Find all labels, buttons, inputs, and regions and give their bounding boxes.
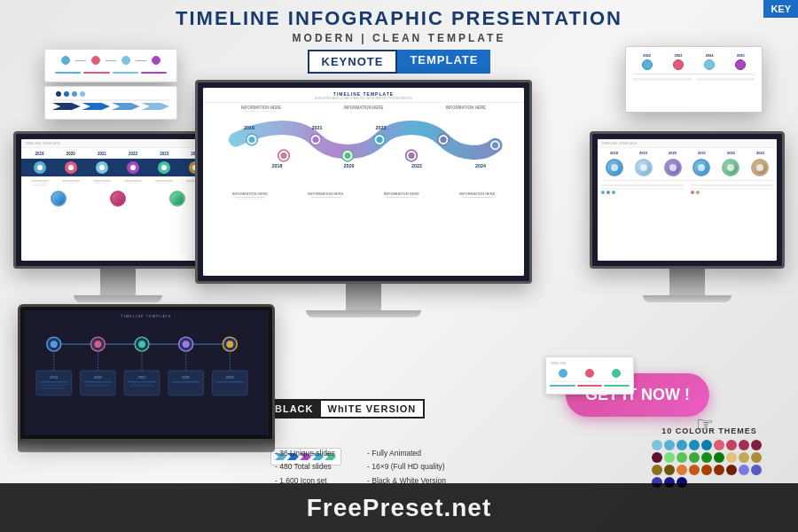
small-right-slide: TIMELINE — [545, 356, 634, 395]
colour-dot — [701, 465, 712, 475]
svg-text:2018: 2018 — [272, 163, 283, 168]
svg-text:2019: 2019 — [50, 375, 59, 379]
svg-text:2022: 2022 — [411, 163, 422, 168]
laptop: TIMELINE TEMPLATE — [18, 304, 275, 452]
colour-dot — [751, 440, 762, 450]
features-col-2: Fully Animated 16×9 (Full HD quality) Bl… — [367, 447, 446, 488]
monitor-right-base — [643, 295, 732, 302]
svg-point-33 — [51, 340, 58, 348]
colour-dot — [701, 452, 712, 463]
colour-dot — [689, 440, 700, 450]
colour-dot — [677, 452, 687, 463]
colour-dot — [726, 440, 737, 450]
colour-dot — [714, 465, 724, 475]
monitor-left-stand — [100, 269, 136, 295]
colour-dot — [751, 465, 762, 475]
colour-dot — [701, 440, 712, 450]
features-list: 36 Unique slides 480 Total slides 1,600 … — [275, 447, 460, 488]
black-label: BLACK — [268, 401, 321, 417]
badge-row: KEYNOTE TEMPLATE — [0, 50, 798, 74]
svg-text:2023: 2023 — [376, 125, 387, 130]
feature-2: 480 Total slides — [275, 460, 335, 473]
monitor-right-screen: TIMELINE TEMPLATE 2018 2019 2020 2021 20… — [590, 131, 785, 269]
svg-text:2021: 2021 — [312, 125, 323, 130]
monitor-left-screen: TIMELINE TEMPLATE 2019 2020 2021 2022 20… — [13, 131, 222, 269]
colour-dot — [664, 465, 675, 475]
svg-point-20 — [408, 153, 414, 159]
monitor-center-stand — [346, 284, 381, 310]
svg-point-8 — [248, 137, 254, 143]
svg-text:2021: 2021 — [138, 375, 147, 379]
colour-dot — [726, 465, 737, 475]
monitor-center-base — [306, 310, 421, 317]
feature-1: 36 Unique slides — [275, 447, 335, 460]
mini-slide-2 — [44, 86, 177, 120]
colour-dot — [739, 440, 749, 450]
colour-dot — [652, 452, 662, 463]
feature-4: Fully Animated — [367, 447, 446, 460]
key-badge: KEY — [763, 0, 798, 18]
laptop-base — [18, 442, 275, 452]
badge-template: TEMPLATE — [397, 50, 490, 74]
svg-point-10 — [312, 137, 318, 143]
colour-dot — [751, 452, 762, 463]
svg-point-39 — [183, 340, 190, 348]
bw-version-badge: BLACK WhITE VERSION — [266, 399, 425, 419]
monitor-center-screen: TIMELINE TEMPLATE A MODERN AND CLEAN TIM… — [195, 80, 532, 284]
colour-dot — [689, 452, 700, 463]
colour-dot — [677, 440, 687, 450]
colour-themes-panel: 10 COLOUR THEMES — [652, 426, 767, 488]
svg-point-14 — [440, 137, 446, 143]
colour-dot — [714, 440, 724, 450]
monitor-right-stand — [669, 269, 705, 295]
svg-point-35 — [94, 340, 101, 348]
svg-text:2019: 2019 — [244, 125, 254, 130]
watermark: FreePreset.net — [0, 483, 798, 532]
monitor-right: TIMELINE TEMPLATE 2018 2019 2020 2021 20… — [590, 131, 785, 302]
monitor-center: TIMELINE TEMPLATE A MODERN AND CLEAN TIM… — [195, 80, 532, 317]
subtitle: MODERN | CLEAN TEMPLATE — [0, 32, 798, 44]
features-col-1: 36 Unique slides 480 Total slides 1,600 … — [275, 447, 335, 488]
svg-text:2020: 2020 — [94, 375, 103, 379]
svg-point-22 — [492, 142, 498, 148]
monitor-left-content: TIMELINE TEMPLATE 2019 2020 2021 2022 20… — [21, 139, 214, 261]
colour-dot — [677, 465, 687, 475]
svg-point-16 — [280, 153, 286, 159]
white-version-label: WhITE VERSION — [321, 401, 424, 417]
colour-themes-title: 10 COLOUR THEMES — [652, 426, 767, 435]
svg-point-18 — [344, 153, 350, 159]
svg-text:2020: 2020 — [344, 163, 355, 168]
monitor-right-content: TIMELINE TEMPLATE 2018 2019 2020 2021 20… — [598, 139, 777, 261]
colour-dot — [739, 452, 749, 463]
colour-dot — [726, 452, 737, 463]
colour-dot — [714, 452, 724, 463]
monitor-left: TIMELINE TEMPLATE 2019 2020 2021 2022 20… — [13, 131, 222, 302]
feature-5: 16×9 (Full HD quality) — [367, 460, 446, 473]
colour-dot — [664, 452, 675, 463]
svg-text:2022: 2022 — [182, 375, 190, 379]
colour-dot — [652, 440, 662, 450]
svg-point-41 — [226, 340, 233, 348]
header: TIMELINE INFOGRAPHIC PRESENTATION MODERN… — [0, 7, 798, 74]
laptop-content: TIMELINE TEMPLATE — [24, 310, 269, 435]
laptop-screen: TIMELINE TEMPLATE — [18, 304, 275, 442]
svg-point-37 — [138, 340, 145, 348]
colour-grid — [652, 440, 767, 488]
main-title: TIMELINE INFOGRAPHIC PRESENTATION — [0, 7, 798, 30]
svg-point-12 — [376, 137, 382, 143]
svg-text:2023: 2023 — [226, 375, 235, 379]
monitor-left-base — [74, 295, 162, 302]
colour-dot — [664, 440, 675, 450]
watermark-text: FreePreset.net — [307, 494, 492, 522]
colour-dot — [739, 465, 749, 475]
monitor-center-content: TIMELINE TEMPLATE A MODERN AND CLEAN TIM… — [203, 88, 524, 276]
badge-keynote: KEYNOTE — [308, 50, 398, 74]
colour-dot — [689, 465, 700, 475]
colour-dot — [652, 465, 662, 475]
svg-text:2024: 2024 — [475, 163, 486, 168]
